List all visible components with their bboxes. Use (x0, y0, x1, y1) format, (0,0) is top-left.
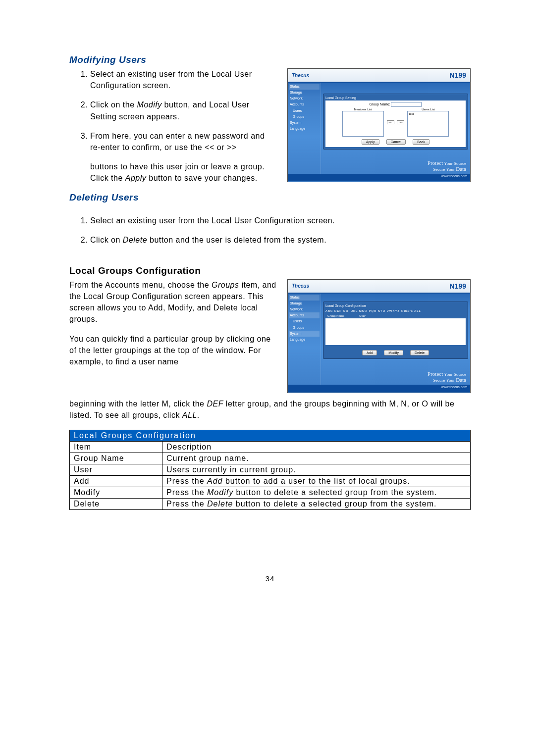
thumb-model: N199 (450, 71, 466, 79)
section-deleting-users: Deleting Users Select an existing user f… (69, 192, 471, 246)
thumb-header: Thecus N199 (288, 69, 470, 82)
cell-add: Add (70, 476, 162, 487)
panel-title: Local Group Setting (325, 96, 466, 100)
nav2-storage: Storage (289, 301, 320, 306)
nav-users: Users (289, 108, 320, 114)
modify-button[interactable]: Modify (384, 350, 403, 355)
users-list[interactable]: test (407, 111, 449, 137)
arrow-left-icon[interactable]: << (387, 120, 394, 124)
cell-modify-desc: Press the Modify button to delete a sele… (162, 487, 471, 499)
cell-user: User (70, 464, 162, 476)
spacer (323, 85, 468, 94)
thumb2-model: N199 (450, 282, 466, 290)
add-button[interactable]: Add (362, 350, 377, 355)
thumb2-url: www.thecus.com (288, 385, 470, 392)
nav2-groups: Groups (289, 325, 320, 331)
page-number: 34 (69, 574, 471, 583)
thumb-body: Status Storage Network Accounts Users Gr… (288, 83, 470, 174)
col-group-name: Group Name (327, 314, 344, 317)
arrow-right-icon[interactable]: >> (397, 120, 404, 124)
spacer2 (323, 296, 468, 302)
nav2-accounts: Accounts (289, 312, 320, 318)
cell-delete-desc: Press the Delete button to delete a sele… (162, 499, 471, 510)
cancel-button[interactable]: Cancel (386, 139, 406, 145)
delete-button[interactable]: Delete (410, 350, 429, 355)
del-step-1: Select an existing user from the Local U… (90, 215, 471, 226)
panel2-buttons: Add Modify Delete (325, 349, 466, 356)
del-step-2: Click on Delete button and the user is d… (90, 234, 471, 246)
arrows-col: << >> (386, 120, 406, 124)
cell-add-desc: Press the Add button to add a user to th… (162, 476, 471, 487)
section-modifying-users: Modifying Users Thecus N199 Status Stora… (69, 54, 471, 184)
nav-network: Network (289, 96, 320, 101)
lists-row: Members List << >> Users List (327, 108, 464, 137)
panel-buttons: Apply Cancel Back (327, 138, 464, 146)
table-title: Local Groups Configuration (70, 430, 471, 442)
col-user: User (359, 314, 366, 317)
thumb-url: www.thecus.com (288, 174, 470, 181)
thumb2-header: Thecus N199 (288, 280, 470, 293)
grid-body (325, 318, 466, 345)
thumb-main: Local Group Setting Group Name: Members … (321, 83, 470, 174)
nav-system: System (289, 120, 320, 126)
s3-para-3: beginning with the letter M, click the D… (69, 398, 471, 421)
cell-groupname: Group Name (70, 453, 162, 464)
back-button[interactable]: Back (413, 139, 429, 145)
nav-storage: Storage (289, 90, 320, 96)
heading-deleting-users: Deleting Users (69, 192, 471, 203)
section-local-groups-config: Local Groups Configuration Thecus N199 S… (69, 265, 471, 510)
nav2-status: Status (289, 295, 320, 301)
cell-user-desc: Users currently in current group. (162, 464, 471, 476)
thumb2-logo: Thecus (292, 283, 309, 289)
nav2-system: System (289, 331, 320, 337)
panel-local-group-setting: Local Group Setting Group Name: Members … (323, 94, 468, 150)
page: Modifying Users Thecus N199 Status Stora… (0, 0, 535, 612)
users-col: Users List test (407, 108, 449, 137)
nav2-users: Users (289, 318, 320, 324)
table-local-groups-config: Local Groups Configuration Item Descript… (69, 430, 471, 510)
thumb-sidebar: Status Storage Network Accounts Users Gr… (288, 83, 321, 174)
panel2-title: Local Group Configuration (325, 304, 466, 307)
thumb-2: Thecus N199 Status Storage Network Accou… (287, 279, 471, 393)
thumb2-sidebar: Status Storage Network Accounts Users Gr… (288, 294, 321, 385)
thumb2-main: Local Group Configuration ABC DEF GHI JK… (321, 294, 470, 385)
cell-groupname-desc: Current group name. (162, 453, 471, 464)
grid-header: Group Name User (325, 313, 466, 318)
thumb2-footer: Protect Your Source Secure Your Data (428, 371, 466, 383)
groupname-row: Group Name: (327, 102, 464, 107)
letter-filter-bar[interactable]: ABC DEF GHI JKL MNO PQR STU VWXYZ Others… (325, 308, 466, 313)
groupname-label: Group Name: (370, 102, 390, 106)
nav-groups: Groups (289, 114, 320, 120)
apply-button[interactable]: Apply (362, 139, 379, 145)
nav2-network: Network (289, 306, 320, 312)
members-list[interactable] (342, 111, 384, 137)
nav-language: Language (289, 126, 320, 132)
th-item: Item (70, 442, 162, 453)
members-col: Members List (342, 108, 384, 137)
nav-accounts: Accounts (289, 101, 320, 107)
heading-local-groups: Local Groups Configuration (69, 265, 471, 276)
groupname-input[interactable] (391, 102, 422, 107)
thumb2-body: Status Storage Network Accounts Users Gr… (288, 294, 470, 385)
steps-deleting-users: Select an existing user from the Local U… (90, 215, 471, 246)
panel-inner: Group Name: Members List << (325, 101, 466, 147)
cell-delete: Delete (70, 499, 162, 510)
thumb-1: Thecus N199 Status Storage Network Accou… (287, 68, 471, 182)
th-desc: Description (162, 442, 471, 453)
nav-status: Status (289, 84, 320, 90)
nav2-language: Language (289, 337, 320, 343)
thumb-footer: Protect Your Source Secure Your Data (428, 160, 466, 172)
screenshot-local-group-config: Thecus N199 Status Storage Network Accou… (287, 279, 471, 393)
screenshot-local-group-setting: Thecus N199 Status Storage Network Accou… (287, 68, 471, 182)
thumb-logo: Thecus (292, 73, 309, 78)
panel-local-group-config: Local Group Configuration ABC DEF GHI JK… (323, 302, 468, 359)
cell-modify: Modify (70, 487, 162, 499)
heading-modifying-users: Modifying Users (69, 54, 471, 65)
